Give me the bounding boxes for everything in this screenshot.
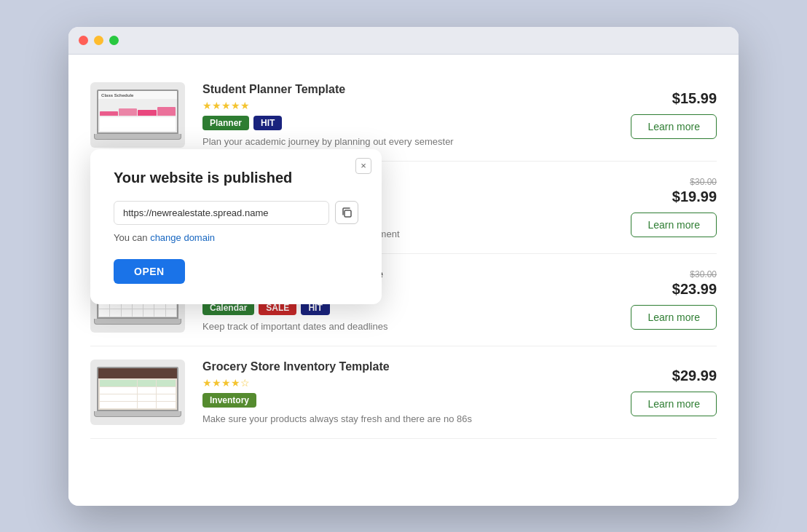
product-tags-1: Planner HIT [202, 116, 612, 130]
laptop-mockup-1: Class Schedule [90, 82, 185, 148]
product-info-1: Student Planner Template ★★★★★ Planner H… [202, 83, 612, 147]
url-row [114, 201, 358, 225]
laptop-screen-4 [97, 367, 178, 411]
change-domain-link[interactable]: change domain [150, 232, 215, 243]
product-tags-4: Inventory [202, 393, 612, 408]
modal-overlay: × Your website is published You can chan… [90, 149, 382, 304]
copy-icon [341, 207, 353, 218]
product-price-1: $15.99 [629, 90, 717, 107]
published-url-input[interactable] [114, 201, 329, 225]
close-traffic-light[interactable] [79, 36, 88, 45]
product-price-3: $23.99 [629, 281, 717, 298]
product-thumbnail-4 [90, 360, 185, 425]
product-item: Class Schedule [90, 69, 717, 162]
modal-title: Your website is published [114, 170, 358, 186]
laptop-base-1 [94, 134, 181, 140]
learn-more-button-1[interactable]: Learn more [631, 114, 717, 139]
learn-more-button-2[interactable]: Learn more [631, 213, 717, 237]
copy-url-button[interactable] [335, 201, 358, 224]
product-stars-4: ★★★★☆ [202, 377, 612, 389]
product-price-area-1: $15.99 Learn more [629, 90, 717, 139]
product-original-price-3: $30.00 [629, 269, 717, 279]
browser-content: Class Schedule [68, 55, 739, 506]
laptop-mockup-4 [90, 360, 185, 425]
product-price-4: $29.99 [629, 368, 717, 384]
laptop-screen-1: Class Schedule [97, 90, 178, 134]
product-name-1: Student Planner Template [202, 83, 612, 96]
open-website-button[interactable]: OPEN [114, 259, 185, 284]
laptop-base-4 [94, 411, 181, 417]
product-desc-3: Keep track of important dates and deadli… [202, 321, 612, 332]
product-desc-4: Make sure your products always stay fres… [202, 413, 612, 424]
product-price-area-4: $29.99 Learn more [629, 368, 717, 416]
product-name-4: Grocery Store Inventory Template [202, 360, 612, 373]
learn-more-button-4[interactable]: Learn more [631, 392, 717, 416]
product-item-4: Grocery Store Inventory Template ★★★★☆ I… [90, 346, 717, 439]
product-price-2: $19.99 [629, 188, 717, 205]
maximize-traffic-light[interactable] [109, 36, 119, 45]
published-modal: × Your website is published You can chan… [90, 149, 382, 304]
product-stars-1: ★★★★★ [202, 100, 612, 111]
learn-more-button-3[interactable]: Learn more [631, 305, 717, 330]
product-price-area-3: $30.00 $23.99 Learn more [629, 269, 717, 330]
change-domain-text: You can change domain [114, 232, 358, 243]
product-info-4: Grocery Store Inventory Template ★★★★☆ I… [202, 360, 612, 424]
tag-planner: Planner [202, 116, 249, 130]
browser-titlebar [68, 27, 739, 55]
tag-inventory: Inventory [202, 393, 256, 408]
product-original-price-2: $30.00 [629, 177, 717, 187]
tag-hit-1: HIT [253, 116, 282, 130]
product-desc-1: Plan your academic journey by planning o… [202, 136, 612, 147]
product-thumbnail-1: Class Schedule [90, 82, 185, 148]
browser-window: Class Schedule [68, 27, 739, 506]
laptop-base-3 [94, 319, 181, 325]
product-price-area-2: $30.00 $19.99 Learn more [629, 177, 717, 237]
svg-rect-0 [345, 210, 351, 217]
modal-close-button[interactable]: × [355, 158, 371, 174]
minimize-traffic-light[interactable] [94, 36, 103, 45]
